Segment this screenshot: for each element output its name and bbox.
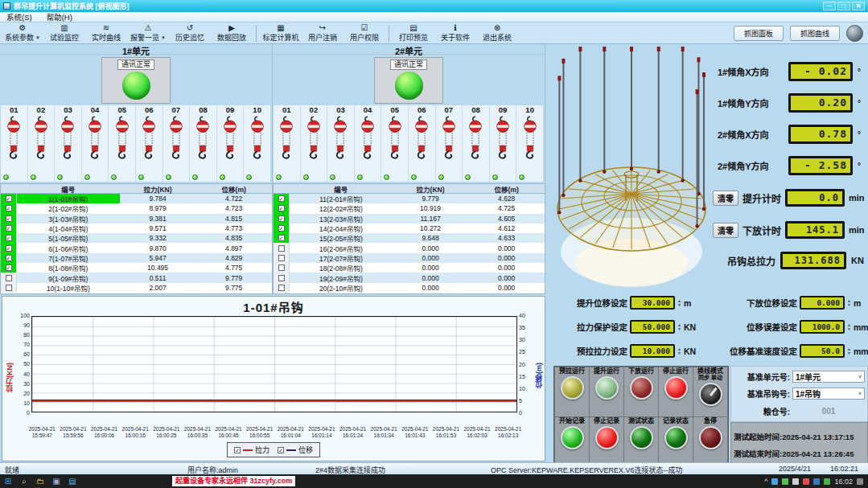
- row-checkbox[interactable]: [278, 215, 285, 222]
- hoist-cell[interactable]: 05: [109, 105, 136, 182]
- row-checkbox[interactable]: [278, 255, 285, 261]
- table-row[interactable]: 6(1-06#吊钩) 9.870 4.897: [1, 243, 272, 252]
- toolbar-button[interactable]: ⚙ 系统参数▼: [2, 23, 43, 43]
- table-row[interactable]: 11(2-01#吊钩) 9.779 4.628: [274, 194, 545, 203]
- hoist-cell[interactable]: 08: [463, 105, 490, 182]
- row-checkbox[interactable]: [6, 245, 12, 252]
- row-checkbox[interactable]: [278, 285, 285, 291]
- table-row[interactable]: 20(2-10#吊钩) 0.000 0.000: [274, 283, 545, 293]
- spinner-stepper[interactable]: ▲▼: [677, 323, 681, 331]
- table-row[interactable]: 17(2-07#吊钩) 0.000 0.000: [274, 253, 545, 263]
- toolbar-button[interactable]: ☑ 用户权限▼: [343, 23, 385, 43]
- table-row[interactable]: 12(2-02#吊钩) 10.919 4.725: [274, 203, 545, 213]
- stop-record-button[interactable]: [595, 426, 619, 449]
- table-row[interactable]: 5(1-05#吊钩) 9.332 4.835: [1, 233, 272, 243]
- table-row[interactable]: 2(1-02#吊钩) 8.979 4.723: [1, 203, 272, 213]
- table-row[interactable]: 18(2-08#吊钩) 0.000 0.000: [274, 263, 545, 273]
- row-checkbox[interactable]: [278, 225, 285, 232]
- stop-run-button[interactable]: [664, 376, 688, 400]
- table-row[interactable]: 1(1-01#吊钩) 9.784 4.722: [1, 194, 272, 203]
- table-row[interactable]: 13(2-03#吊钩) 11.167 4.605: [274, 214, 545, 223]
- tray-icon[interactable]: [813, 478, 820, 485]
- tray-icon[interactable]: [771, 478, 778, 485]
- hoist-cell[interactable]: 10: [516, 105, 544, 182]
- estop-button[interactable]: [699, 426, 722, 449]
- input-method-icon[interactable]: [857, 478, 863, 485]
- toolbar-button[interactable]: ⚠ 报警一览▼: [127, 23, 169, 43]
- toolbar-button[interactable]: ℹ 关于软件▼: [434, 23, 476, 43]
- row-checkbox[interactable]: [6, 235, 12, 241]
- menu-item[interactable]: 帮助(H): [47, 11, 72, 23]
- row-checkbox[interactable]: [278, 205, 285, 211]
- clear-button[interactable]: 清零: [713, 223, 738, 238]
- setting-field[interactable]: 50.0: [800, 344, 845, 358]
- setting-field[interactable]: 30.000: [630, 296, 675, 310]
- table-row[interactable]: 15(2-05#吊钩) 9.648 4.633: [274, 233, 545, 243]
- table-row[interactable]: 14(2-04#吊钩) 10.272 4.612: [274, 223, 545, 233]
- hoist-cell[interactable]: 07: [436, 105, 463, 182]
- toolbar-button[interactable]: ↺ 历史追忆▼: [169, 23, 211, 43]
- table-row[interactable]: 7(1-07#吊钩) 5.947 4.829: [1, 253, 272, 263]
- table-row[interactable]: 10(1-10#吊钩) 2.007 9.775: [1, 283, 272, 293]
- record-status-lamp[interactable]: [664, 426, 688, 449]
- hoist-cell[interactable]: 02: [28, 105, 56, 182]
- row-checkbox[interactable]: [278, 265, 285, 271]
- row-checkbox[interactable]: [6, 255, 12, 261]
- setting-field[interactable]: 1000.0: [800, 320, 845, 334]
- spinner-stepper[interactable]: ▲▼: [847, 323, 851, 331]
- row-checkbox[interactable]: [278, 275, 285, 281]
- hoist-cell[interactable]: 09: [490, 105, 517, 182]
- row-checkbox[interactable]: [278, 195, 285, 202]
- toolbar-button[interactable]: ▤ 打印预览▼: [393, 23, 434, 43]
- hoist-cell[interactable]: 06: [136, 105, 163, 182]
- tray-icon[interactable]: [782, 478, 788, 485]
- row-checkbox[interactable]: [278, 245, 285, 252]
- hoist-cell[interactable]: 06: [409, 105, 436, 182]
- table-row[interactable]: 16(2-06#吊钩) 0.000 0.000: [274, 243, 545, 252]
- hoist-cell[interactable]: 02: [301, 105, 328, 182]
- hoist-cell[interactable]: 01: [274, 105, 301, 182]
- hoist-cell[interactable]: 07: [163, 105, 191, 182]
- mode-switch-knob[interactable]: [699, 383, 722, 406]
- reference-select[interactable]: 1#吊钩˅: [792, 388, 865, 400]
- toolbar-button[interactable]: ⊗ 退出系统▼: [476, 23, 518, 43]
- row-checkbox[interactable]: [6, 225, 12, 232]
- pretension-run-button[interactable]: [561, 376, 584, 400]
- reference-select[interactable]: 1#单元˅: [792, 371, 865, 383]
- toolbar-button[interactable]: ▥ 试验监控▼: [43, 23, 85, 43]
- minimize-button[interactable]: ─: [823, 2, 836, 10]
- row-checkbox[interactable]: [6, 285, 12, 291]
- table-row[interactable]: 19(2-09#吊钩) 0.000 0.000: [274, 273, 545, 282]
- spinner-stepper[interactable]: ▲▼: [847, 299, 851, 307]
- hoist-cell[interactable]: 04: [355, 105, 382, 182]
- capture-panel-button[interactable]: 抓图面板: [734, 26, 784, 41]
- toolbar-button[interactable]: ▶ 数据回放▼: [211, 23, 253, 43]
- menu-item[interactable]: 系统(S): [6, 11, 32, 23]
- file-explorer-icon[interactable]: 🗀: [32, 477, 48, 486]
- capture-curve-button[interactable]: 抓图曲线: [790, 26, 840, 41]
- setting-field[interactable]: 0.000: [800, 296, 845, 310]
- row-checkbox[interactable]: [6, 205, 12, 211]
- spinner-stepper[interactable]: ▲▼: [677, 347, 681, 355]
- spinner-stepper[interactable]: ▲▼: [677, 299, 681, 307]
- toolbar-button[interactable]: ▦ 标定计算机▼: [260, 23, 302, 43]
- hoist-cell[interactable]: 04: [82, 105, 109, 182]
- table-row[interactable]: 3(1-03#吊钩) 9.381 4.815: [1, 214, 272, 223]
- pinned-app-icon[interactable]: ▤: [64, 477, 80, 486]
- lower-run-button[interactable]: [630, 376, 653, 400]
- row-checkbox[interactable]: [6, 215, 12, 222]
- legend-checkbox[interactable]: [234, 447, 241, 453]
- tray-icon[interactable]: [803, 478, 809, 485]
- tray-chevron-icon[interactable]: ^: [764, 478, 767, 486]
- tray-icon[interactable]: [792, 478, 799, 485]
- start-record-button[interactable]: [561, 426, 584, 449]
- hoist-cell[interactable]: 01: [1, 105, 28, 182]
- app-window-icon[interactable]: ▣: [48, 477, 64, 486]
- table-row[interactable]: 4(1-04#吊钩) 9.571 4.773: [1, 223, 272, 233]
- setting-field[interactable]: 50.000: [630, 320, 675, 334]
- tray-icon[interactable]: [824, 478, 830, 485]
- hoist-cell[interactable]: 10: [244, 105, 271, 182]
- setting-field[interactable]: 10.000: [630, 344, 675, 358]
- table-row[interactable]: 8(1-08#吊钩) 10.495 4.775: [1, 263, 272, 273]
- legend-checkbox[interactable]: [278, 447, 284, 453]
